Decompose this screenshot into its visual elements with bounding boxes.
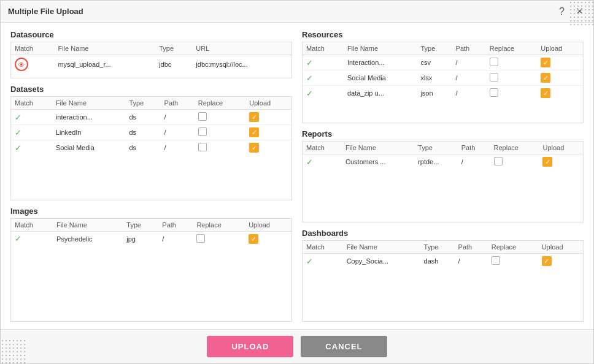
help-button[interactable]: ? [557,6,567,17]
dash-type-1: dash [420,254,455,269]
images-table-container[interactable]: Match File Name Type Path Replace Upload [10,218,292,322]
check-icon: ✓ [15,143,21,153]
ds-filename-cell: mysql_upload_r... [54,55,155,74]
dst-match-2: ✓ [11,125,52,140]
reports-table-container[interactable]: Match File Name Type Path Replace Upload [302,141,584,222]
cancel-button[interactable]: CANCEL [301,336,387,357]
dot-pattern-bottom-left [1,339,25,363]
dst-upload-1[interactable]: ✓ [245,110,291,125]
dst-col-upload: Upload [245,97,291,110]
res-replace-1[interactable] [486,55,537,70]
table-row: 👁 mysql_upload_r... jdbc jdbc:mysql://lo… [11,55,291,74]
checkbox-checked[interactable]: ✓ [541,73,550,83]
checkbox-checked[interactable]: ✓ [542,157,552,167]
dot-pattern-top-right [569,1,593,25]
checkbox-empty[interactable] [494,157,503,165]
checkbox-empty[interactable] [196,234,205,243]
dst-replace-1[interactable] [195,110,245,125]
res-replace-3[interactable] [486,86,537,101]
checkbox-empty[interactable] [492,256,500,265]
dst-col-filename: File Name [52,97,126,110]
checkbox-empty[interactable] [198,127,207,136]
check-icon: ✓ [15,113,21,122]
eye-icon[interactable]: 👁 [15,58,28,71]
res-upload-2[interactable]: ✓ [537,70,583,86]
ds-col-filename: File Name [54,42,155,55]
dash-col-upload: Upload [538,241,583,254]
res-upload-1[interactable]: ✓ [537,55,583,70]
rpt-col-upload: Upload [539,142,583,154]
res-match-2: ✓ [303,70,344,86]
datasource-table-container[interactable]: Match File Name Type URL 👁 [10,42,292,78]
checkbox-checked[interactable]: ✓ [541,58,550,67]
dash-replace-1[interactable] [488,254,538,269]
dst-type-1: ds [125,110,160,125]
resources-table-container[interactable]: Match File Name Type Path Replace Upload [302,42,584,123]
dash-col-replace: Replace [488,241,538,254]
img-name-1: Psychedelic [53,231,123,246]
reports-panel: Reports Match File Name Type Path Replac… [302,129,584,222]
rpt-replace-1[interactable] [490,154,539,170]
ds-col-match: Match [11,42,54,55]
rpt-col-type: Type [414,142,458,154]
rpt-col-replace: Replace [490,142,539,154]
dialog-title: Multiple File Upload [8,7,83,16]
dst-col-type: Type [125,97,160,110]
img-col-type: Type [123,219,158,232]
dst-type-2: ds [125,125,160,140]
upload-button[interactable]: UPLOAD [207,336,293,357]
res-col-path: Path [452,42,486,55]
dashboards-table-container[interactable]: Match File Name Type Path Replace Upload [302,240,584,322]
rpt-type-1: rptde... [414,154,458,170]
img-col-filename: File Name [53,219,123,232]
checkbox-empty[interactable] [490,58,498,66]
img-replace-1[interactable] [193,231,245,246]
ds-match-cell: 👁 [11,55,54,74]
checkbox-checked[interactable]: ✓ [541,88,550,98]
check-icon: ✓ [306,157,313,167]
checkbox-checked[interactable]: ✓ [249,143,259,153]
two-column-layout: Datasource Match File Name Type URL [10,30,584,322]
res-upload-3[interactable]: ✓ [537,86,583,101]
ds-col-url: URL [192,42,291,55]
checkbox-empty[interactable] [490,88,498,97]
table-row: ✓ interaction... ds / ✓ [11,110,291,125]
dash-upload-1[interactable]: ✓ [538,254,583,269]
check-icon: ✓ [306,58,313,67]
dst-replace-3[interactable] [195,140,245,156]
res-col-replace: Replace [486,42,537,55]
resources-title: Resources [302,30,584,39]
res-match-3: ✓ [303,86,344,101]
checkbox-checked[interactable]: ✓ [249,112,259,122]
rpt-upload-1[interactable]: ✓ [539,154,583,170]
rpt-col-path: Path [458,142,490,154]
datasets-table-container[interactable]: Match File Name Type Path Replace Upload [10,96,292,200]
checkbox-empty[interactable] [490,73,498,82]
dst-upload-3[interactable]: ✓ [245,140,291,156]
dash-col-match: Match [303,241,343,254]
table-row: ✓ Psychedelic jpg / ✓ [11,231,291,246]
table-row: ✓ LinkedIn ds / ✓ [11,125,291,140]
datasets-title: Datasets [10,85,292,94]
dst-upload-2[interactable]: ✓ [245,125,291,140]
table-row: ✓ Interaction... csv / ✓ [303,55,583,70]
rpt-match-1: ✓ [303,154,342,170]
checkbox-empty[interactable] [198,112,207,121]
img-upload-1[interactable]: ✓ [245,231,291,246]
dst-replace-2[interactable] [195,125,245,140]
dashboards-table: Match File Name Type Path Replace Upload [303,241,583,268]
checkbox-checked[interactable]: ✓ [249,127,259,137]
dashboards-title: Dashboards [302,229,584,238]
checkbox-checked[interactable]: ✓ [249,234,258,244]
res-replace-2[interactable] [486,70,537,86]
rpt-col-filename: File Name [342,142,414,154]
res-name-3: data_zip u... [344,86,417,101]
checkbox-checked[interactable]: ✓ [542,256,552,266]
img-type-1: jpg [123,231,158,246]
dst-path-3: / [161,140,195,156]
footer: UPLOAD CANCEL [1,329,593,363]
dst-match-3: ✓ [11,140,52,156]
datasource-panel: Datasource Match File Name Type URL [10,30,292,78]
resources-table: Match File Name Type Path Replace Upload [303,42,583,100]
checkbox-empty[interactable] [198,143,207,151]
